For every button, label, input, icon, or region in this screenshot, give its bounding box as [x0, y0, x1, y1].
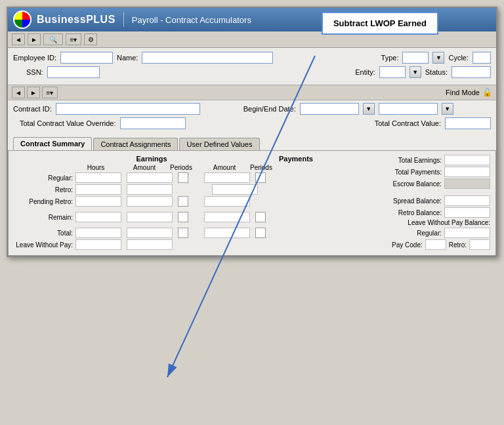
- escrow-balance-label: Escrow Balance:: [393, 180, 442, 188]
- total-pay-periods-chk[interactable]: [255, 228, 266, 238]
- name-label: Name:: [117, 54, 138, 62]
- menu-button[interactable]: ≡▾: [66, 33, 81, 45]
- earnings-title: Earnings: [73, 155, 230, 163]
- remain-periods-chk[interactable]: [178, 212, 188, 222]
- total-payments-row: Total Payments:: [372, 167, 490, 177]
- pending-retro-pay-amount[interactable]: [204, 196, 250, 207]
- app-name: BusinessPLUS: [37, 14, 116, 26]
- begin-date-input[interactable]: [300, 103, 359, 115]
- retro-pay-amount[interactable]: [212, 184, 258, 195]
- row-remain: Remain:: [14, 212, 366, 222]
- earnings-payments-section: Earnings Payments Hours Amount Periods A…: [14, 155, 366, 251]
- remain-hours[interactable]: [75, 212, 121, 222]
- regular-hours[interactable]: [75, 172, 121, 183]
- ssn-input[interactable]: [47, 66, 100, 78]
- pay-code-label: Pay Code:: [392, 241, 423, 249]
- total-hours[interactable]: [75, 228, 121, 238]
- total-contract-value-label: Total Contract Value:: [375, 119, 441, 127]
- retro-stat-input[interactable]: [469, 239, 490, 250]
- pending-retro-periods-chk[interactable]: [178, 196, 188, 207]
- total-pay-amount[interactable]: [204, 228, 250, 238]
- forward-button[interactable]: ►: [28, 33, 41, 45]
- pending-retro-hours[interactable]: [75, 196, 121, 207]
- employee-id-input[interactable]: [60, 52, 113, 64]
- retro-label: Retro:: [14, 186, 73, 193]
- search-button[interactable]: 🔍: [43, 33, 63, 45]
- app-logo: [13, 10, 32, 29]
- cycle-label: Cycle:: [448, 54, 469, 62]
- retro-hours[interactable]: [75, 184, 121, 195]
- end-date-dropdown[interactable]: ▼: [442, 103, 453, 115]
- lwp-balance-label: Leave Without Pay Balance:: [408, 219, 490, 226]
- spread-balance-label: Spread Balance:: [393, 197, 442, 205]
- nav-back-button[interactable]: ◄: [12, 87, 25, 98]
- tab-content-contract-summary: Earnings Payments Hours Amount Periods A…: [8, 150, 496, 256]
- tab-user-defined-values[interactable]: User Defined Values: [179, 138, 259, 150]
- payments-title: Payments: [243, 155, 348, 163]
- employee-id-label: Employee ID:: [13, 54, 56, 62]
- amount-header: Amount: [121, 164, 167, 171]
- tab-contract-assignments[interactable]: Contract Assignments: [93, 138, 178, 150]
- retro-amount[interactable]: [127, 184, 173, 195]
- right-stats-section: Total Earnings: Total Payments: Escrow B…: [372, 155, 490, 251]
- total-override-input[interactable]: [120, 117, 186, 129]
- regular-stat-label: Regular:: [417, 230, 442, 237]
- remain-pay-periods-chk[interactable]: [255, 212, 266, 222]
- nav-forward-button[interactable]: ►: [27, 87, 40, 98]
- total-periods-chk[interactable]: [178, 228, 188, 238]
- pay-code-row: Pay Code: Retro:: [372, 239, 490, 250]
- cycle-input[interactable]: [472, 52, 491, 64]
- escrow-balance-input[interactable]: [444, 178, 490, 189]
- lwp-hours[interactable]: [75, 239, 121, 250]
- row-regular: Regular:: [14, 172, 366, 183]
- total-payments-input[interactable]: [444, 167, 490, 177]
- back-button[interactable]: ◄: [12, 33, 25, 45]
- status-input[interactable]: [452, 66, 491, 78]
- pending-retro-amount[interactable]: [127, 196, 173, 207]
- annotation-label: Subtract LWOP Earned: [333, 18, 427, 28]
- remain-amount[interactable]: [127, 212, 173, 222]
- total-earnings-row: Total Earnings:: [372, 155, 490, 165]
- spread-balance-input[interactable]: [444, 195, 490, 206]
- retro-balance-label: Retro Balance:: [398, 209, 442, 216]
- remain-label: Remain:: [14, 214, 73, 221]
- retro-balance-input[interactable]: [444, 207, 490, 218]
- regular-row: Regular:: [372, 228, 490, 238]
- type-input[interactable]: [402, 52, 429, 64]
- spread-balance-row: Spread Balance:: [372, 195, 490, 206]
- regular-amount[interactable]: [127, 172, 173, 183]
- begin-date-dropdown[interactable]: ▼: [363, 103, 375, 115]
- settings-button[interactable]: ⚙: [84, 33, 97, 45]
- total-earnings-input[interactable]: [444, 155, 490, 165]
- entity-dropdown[interactable]: ▼: [410, 66, 421, 78]
- name-input[interactable]: [142, 52, 273, 64]
- contract-id-input[interactable]: [56, 103, 200, 115]
- escrow-balance-row: Escrow Balance:: [372, 178, 490, 189]
- hours-header: Hours: [73, 164, 119, 171]
- regular-pay-periods-chk[interactable]: [255, 172, 266, 183]
- end-date-input[interactable]: [379, 103, 438, 115]
- entity-input[interactable]: [379, 66, 406, 78]
- retro-stat-label: Retro:: [449, 241, 467, 249]
- regular-periods-chk[interactable]: [178, 172, 188, 183]
- regular-stat-input[interactable]: [444, 228, 490, 238]
- contract-form: Contract ID: Begin/End Date: ▼ ▼ Total C…: [8, 100, 496, 134]
- contract-id-label: Contract ID:: [13, 105, 52, 113]
- lock-icon: 🔓: [482, 88, 492, 97]
- find-mode-indicator: Find Mode 🔓: [446, 88, 492, 97]
- annotation-box: Subtract LWOP Earned: [322, 12, 438, 35]
- tab-contract-summary[interactable]: Contract Summary: [13, 137, 92, 150]
- total-amount[interactable]: [127, 228, 173, 238]
- type-dropdown[interactable]: ▼: [432, 52, 444, 64]
- nav-menu-button[interactable]: ≡▾: [42, 87, 58, 98]
- regular-pay-amount[interactable]: [204, 172, 250, 183]
- remain-pay-amount[interactable]: [204, 212, 250, 222]
- pay-amount-header: Amount: [201, 164, 247, 171]
- lwp-amount[interactable]: [127, 239, 173, 250]
- regular-label: Regular:: [14, 174, 73, 182]
- ssn-label: SSN:: [26, 68, 43, 76]
- total-contract-value-input[interactable]: [445, 117, 491, 129]
- row-lwp: Leave Without Pay:: [14, 239, 366, 250]
- pay-code-input[interactable]: [425, 239, 446, 250]
- periods-header: Periods: [170, 164, 188, 171]
